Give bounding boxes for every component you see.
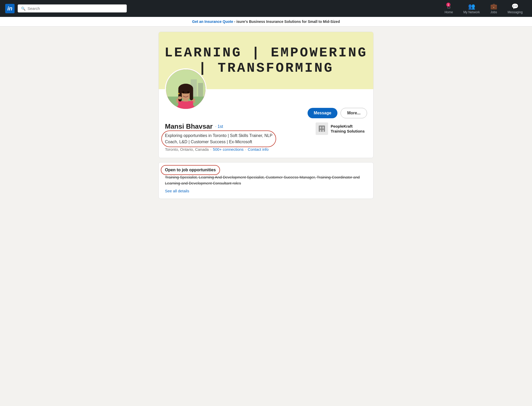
svg-rect-18 [319, 126, 325, 132]
navbar-right: 1 ⌂ Home 👥 My Network 💼 Jobs 💬 Messaging [441, 0, 527, 17]
navbar-left: in 🔍 [5, 4, 441, 13]
messaging-label: Messaging [508, 10, 523, 14]
profile-card: LEARNING | EMPOWERING | TRANSFORMING [158, 32, 374, 158]
my-network-icon: 👥 [468, 3, 475, 10]
jobs-label: Jobs [490, 10, 497, 14]
more-button[interactable]: More... [341, 108, 367, 118]
profile-name: Mansi Bhavsar [165, 122, 213, 130]
message-button[interactable]: Message [308, 108, 338, 118]
svg-rect-21 [320, 130, 321, 132]
profile-name-row: Mansi Bhavsar · 1st [165, 122, 311, 130]
connections-link[interactable]: 500+ connections [213, 147, 244, 152]
svg-rect-8 [178, 101, 193, 109]
main-content: LEARNING | EMPOWERING | TRANSFORMING [154, 32, 378, 199]
home-label: Home [445, 10, 453, 14]
search-bar[interactable]: 🔍 [18, 4, 127, 12]
profile-info-row: Mansi Bhavsar · 1st Exploring opportunit… [165, 122, 367, 152]
profile-headline: Exploring opportunities in Toronto | Sof… [165, 133, 311, 145]
home-badge: 1 [446, 3, 450, 7]
nav-item-my-network[interactable]: 👥 My Network [459, 0, 484, 17]
svg-rect-12 [178, 88, 182, 101]
company-name: PeopleKraft Training Solutions [331, 124, 367, 134]
profile-details: Mansi Bhavsar · 1st Exploring opportunit… [165, 122, 311, 152]
messaging-icon: 💬 [511, 3, 518, 10]
avatar-wrapper [165, 68, 207, 110]
svg-point-15 [187, 91, 189, 94]
svg-rect-20 [322, 127, 324, 129]
linkedin-logo[interactable]: in [5, 4, 15, 13]
location-text: Toronto, Ontario, Canada [165, 147, 209, 152]
open-to-work-card: Open to job opportunities Training Speci… [158, 162, 374, 199]
svg-rect-22 [322, 130, 324, 132]
ad-link[interactable]: Get an Insurance Quote [192, 19, 233, 24]
open-to-work-roles: Training Specialist, Learning And Develo… [165, 174, 367, 186]
search-icon: 🔍 [21, 6, 25, 11]
dot-separator-1: · [210, 147, 211, 152]
avatar [165, 68, 207, 110]
roles-text: Training Specialist, Learning And Develo… [165, 175, 360, 185]
svg-rect-13 [190, 88, 193, 100]
profile-company: PeopleKraft Training Solutions [316, 122, 367, 135]
navbar: in 🔍 1 ⌂ Home 👥 My Network 💼 Jobs 💬 Mess… [0, 0, 532, 17]
my-network-label: My Network [463, 10, 480, 14]
ad-banner: Get an Insurance Quote - isure's Busines… [0, 17, 532, 27]
search-input[interactable] [28, 6, 123, 11]
profile-location-row: Toronto, Ontario, Canada · 500+ connecti… [165, 147, 311, 152]
company-logo [316, 122, 328, 135]
nav-item-home[interactable]: 1 ⌂ Home [441, 0, 457, 17]
svg-point-14 [182, 91, 184, 94]
nav-item-jobs[interactable]: 💼 Jobs [486, 0, 501, 17]
jobs-icon: 💼 [490, 3, 497, 10]
svg-rect-4 [198, 83, 203, 96]
see-all-details-link[interactable]: See all details [165, 189, 189, 193]
svg-point-16 [178, 93, 180, 94]
svg-point-17 [178, 96, 182, 99]
profile-body: Message More... Mansi Bhavsar · 1st Expl… [159, 68, 373, 158]
headline-text: Exploring opportunities in Toronto | Sof… [165, 133, 272, 145]
svg-rect-19 [320, 127, 321, 129]
dot-separator-2: · [245, 147, 246, 152]
open-to-work-header: Open to job opportunities [165, 168, 216, 172]
ad-description: - isure's Business Insurance Solutions f… [233, 19, 340, 24]
nav-item-messaging[interactable]: 💬 Messaging [503, 0, 527, 17]
profile-degree: · 1st [215, 124, 223, 129]
contact-info-link[interactable]: Contact info [248, 147, 269, 152]
